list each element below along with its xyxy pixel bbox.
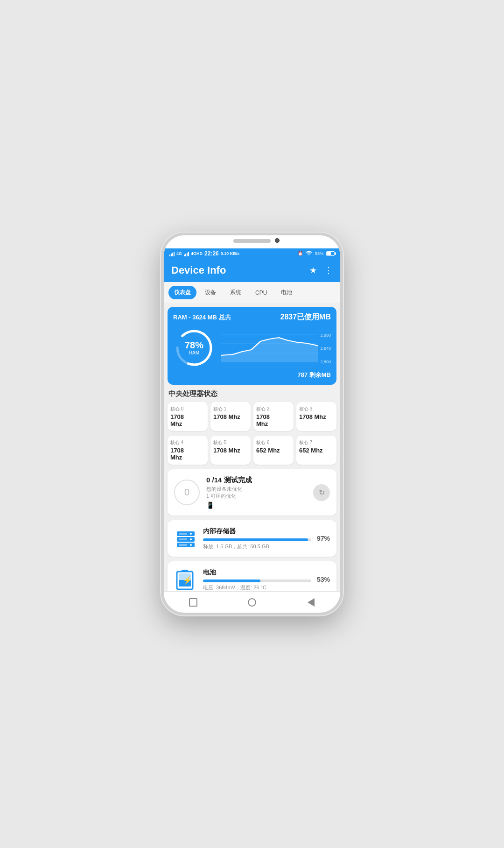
signal-label: 4G bbox=[176, 251, 182, 256]
battery-svg: ⚡ bbox=[175, 569, 196, 590]
status-left: 4G 4GHD 22:26 0.10 KB/s bbox=[169, 250, 239, 257]
cpu-core-3: 核心 3 1708 Mhz bbox=[296, 402, 336, 431]
ram-used: 2837已使用MB bbox=[280, 312, 331, 322]
cpu-grid-row2: 核心 4 1708Mhz 核心 5 1708 Mhz 核心 6 652 Mhz … bbox=[168, 436, 336, 465]
core-6-value: 652 Mhz bbox=[256, 447, 291, 454]
svg-point-9 bbox=[190, 533, 192, 535]
status-bar: 4G 4GHD 22:26 0.10 KB/s ⏰ 53% bbox=[164, 248, 340, 259]
favorite-button[interactable]: ★ bbox=[309, 265, 317, 276]
back-icon bbox=[308, 598, 315, 607]
svg-point-10 bbox=[190, 538, 192, 540]
svg-marker-5 bbox=[221, 338, 318, 362]
signal-bars2 bbox=[184, 251, 189, 256]
core-6-label: 核心 6 bbox=[256, 439, 291, 446]
tab-battery[interactable]: 电池 bbox=[275, 286, 298, 299]
tab-cpu[interactable]: CPU bbox=[250, 287, 273, 299]
app-header: Device Info ★ ⋮ bbox=[164, 259, 340, 282]
svg-rect-16 bbox=[182, 570, 188, 572]
storage-card: 内部存储器 释放: 1.5 GB，总共: 50.5 GB 97% bbox=[168, 520, 336, 557]
core-5-label: 核心 5 bbox=[213, 439, 248, 446]
gauge-label: RAM bbox=[185, 351, 203, 355]
core-2-label: 核心 2 bbox=[256, 406, 291, 412]
signal-bars bbox=[169, 251, 175, 256]
core-2-value: 1708Mhz bbox=[256, 413, 291, 427]
signal2-label: 4GHD bbox=[191, 251, 203, 256]
chart-label-0: 2,880 bbox=[320, 333, 331, 338]
opt-info: 0 /14 测试完成 您的设备未优化 1 可用的优化 📱 bbox=[206, 476, 307, 509]
opt-refresh-button[interactable]: ↻ bbox=[313, 484, 330, 501]
gauge-text: 78% RAM bbox=[185, 340, 203, 355]
menu-button[interactable]: ⋮ bbox=[324, 265, 333, 276]
home-icon bbox=[248, 598, 256, 607]
app-title: Device Info bbox=[171, 264, 226, 276]
internal-storage-icon bbox=[174, 527, 197, 550]
opt-progress: 0 /14 测试完成 bbox=[206, 476, 307, 485]
core-3-value: 1708 Mhz bbox=[299, 413, 334, 420]
svg-rect-14 bbox=[179, 544, 187, 546]
optimization-card: 0 0 /14 测试完成 您的设备未优化 1 可用的优化 📱 ↻ bbox=[168, 469, 336, 516]
alarm-icon: ⏰ bbox=[298, 251, 303, 256]
camera bbox=[275, 238, 280, 243]
chart-label-2: 2,800 bbox=[320, 360, 331, 364]
battery-percent: 53% bbox=[315, 251, 323, 256]
cpu-core-7: 核心 7 652 Mhz bbox=[296, 436, 336, 465]
nav-recent-button[interactable] bbox=[186, 595, 200, 609]
core-4-value: 1708Mhz bbox=[170, 447, 205, 461]
recent-icon bbox=[189, 598, 197, 607]
notch-area bbox=[164, 235, 340, 248]
storage-details: 内部存储器 释放: 1.5 GB，总共: 50.5 GB bbox=[203, 527, 311, 550]
header-icons: ★ ⋮ bbox=[309, 265, 333, 276]
gauge-percent: 78% bbox=[185, 340, 203, 350]
core-7-label: 核心 7 bbox=[299, 439, 334, 446]
core-1-label: 核心 1 bbox=[213, 406, 248, 412]
chart-right-labels: 2,880 2,840 2,800 bbox=[320, 332, 331, 364]
cpu-core-1: 核心 1 1708 Mhz bbox=[210, 402, 251, 431]
ram-line-chart bbox=[221, 332, 318, 362]
tab-system[interactable]: 系统 bbox=[224, 286, 247, 299]
scroll-content[interactable]: RAM - 3624 MB 总共 2837已使用MB 78% bbox=[164, 303, 340, 591]
wifi-icon bbox=[306, 251, 312, 256]
storage-progress-bg bbox=[203, 538, 311, 541]
cpu-core-6: 核心 6 652 Mhz bbox=[253, 436, 294, 465]
opt-score-circle: 0 bbox=[174, 480, 200, 505]
network-speed: 0.10 KB/s bbox=[221, 251, 240, 256]
opt-line2: 1 可用的优化 bbox=[206, 493, 307, 500]
cpu-core-0: 核心 0 1708Mhz bbox=[168, 402, 208, 431]
opt-line1: 您的设备未优化 bbox=[206, 486, 307, 493]
battery-card-icon: ⚡ bbox=[174, 568, 197, 591]
opt-score-value: 0 bbox=[184, 487, 189, 498]
core-5-value: 1708 Mhz bbox=[213, 447, 248, 454]
time-label: 22:26 bbox=[204, 250, 219, 257]
storage-free: 释放: 1.5 GB，总共: 50.5 GB bbox=[203, 543, 311, 550]
ram-body: 78% RAM bbox=[173, 327, 331, 369]
bottom-nav bbox=[164, 591, 340, 613]
ram-chart bbox=[221, 332, 318, 364]
ram-chart-area: 2,880 2,840 2,800 bbox=[221, 332, 331, 364]
phone-frame: 4G 4GHD 22:26 0.10 KB/s ⏰ 53% bbox=[161, 233, 343, 615]
storage-name: 内部存储器 bbox=[203, 527, 311, 536]
battery-progress-fill bbox=[203, 579, 260, 582]
ram-card: RAM - 3624 MB 总共 2837已使用MB 78% bbox=[168, 307, 336, 385]
opt-phone-icon: 📱 bbox=[206, 502, 307, 509]
battery-status-icon bbox=[326, 251, 335, 256]
cpu-grid-row1: 核心 0 1708Mhz 核心 1 1708 Mhz 核心 2 1708Mhz … bbox=[168, 402, 336, 431]
notch bbox=[233, 239, 271, 243]
nav-home-button[interactable] bbox=[245, 595, 259, 609]
chart-label-1: 2,840 bbox=[320, 346, 331, 351]
battery-title: 电池 bbox=[203, 568, 311, 577]
tab-dashboard[interactable]: 仪表盘 bbox=[168, 286, 196, 299]
core-7-value: 652 Mhz bbox=[299, 447, 334, 454]
ram-title: RAM - 3624 MB 总共 bbox=[173, 313, 231, 322]
svg-point-11 bbox=[190, 544, 192, 546]
cpu-core-5: 核心 5 1708 Mhz bbox=[210, 436, 251, 465]
battery-card: ⚡ 电池 电压: 3684mV，温度: 26 °C 53% bbox=[168, 561, 336, 591]
nav-back-button[interactable] bbox=[304, 595, 318, 609]
ram-gauge: 78% RAM bbox=[173, 327, 215, 369]
cpu-section-title: 中央处理器状态 bbox=[168, 389, 336, 398]
storage-progress-fill bbox=[203, 538, 308, 541]
cpu-core-4: 核心 4 1708Mhz bbox=[168, 436, 208, 465]
core-4-label: 核心 4 bbox=[170, 439, 205, 446]
tab-device[interactable]: 设备 bbox=[199, 286, 222, 299]
svg-rect-13 bbox=[179, 538, 187, 540]
battery-fill bbox=[327, 252, 331, 255]
